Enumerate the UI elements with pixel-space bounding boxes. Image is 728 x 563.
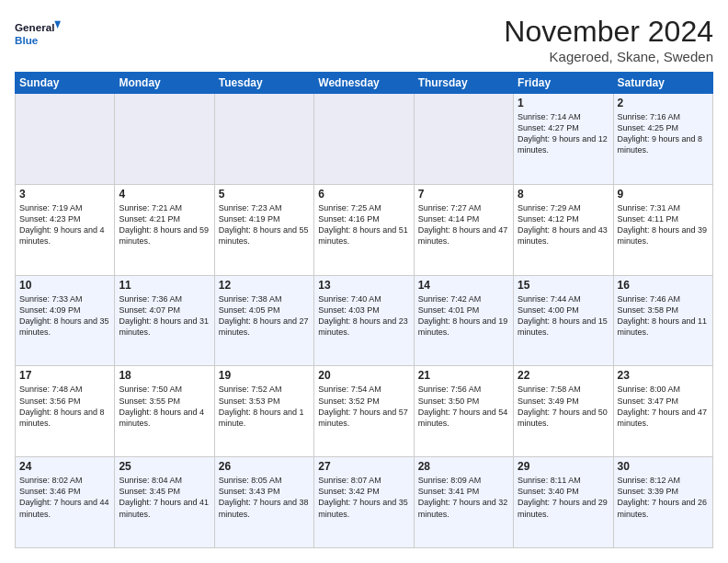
day-info: Sunrise: 7:58 AM Sunset: 3:49 PM Dayligh…: [518, 384, 609, 429]
table-row: [115, 94, 214, 185]
day-number: 17: [19, 369, 110, 382]
logo-icon: General Blue: [15, 15, 61, 52]
table-row: 12Sunrise: 7:38 AM Sunset: 4:05 PM Dayli…: [214, 275, 313, 366]
header: General Blue November 2024 Kageroed, Ska…: [15, 15, 713, 64]
day-number: 6: [318, 188, 409, 201]
table-row: 11Sunrise: 7:36 AM Sunset: 4:07 PM Dayli…: [115, 275, 214, 366]
day-number: 22: [518, 369, 609, 382]
day-number: 16: [618, 279, 709, 292]
location: Kageroed, Skane, Sweden: [504, 49, 713, 64]
day-info: Sunrise: 7:16 AM Sunset: 4:25 PM Dayligh…: [618, 111, 709, 156]
day-info: Sunrise: 7:50 AM Sunset: 3:55 PM Dayligh…: [119, 384, 210, 429]
day-number: 2: [618, 97, 709, 109]
calendar-body: 1Sunrise: 7:14 AM Sunset: 4:27 PM Daylig…: [16, 94, 713, 548]
table-row: 18Sunrise: 7:50 AM Sunset: 3:55 PM Dayli…: [115, 366, 214, 457]
table-row: 27Sunrise: 8:07 AM Sunset: 3:42 PM Dayli…: [314, 457, 414, 548]
day-info: Sunrise: 7:44 AM Sunset: 4:00 PM Dayligh…: [518, 293, 609, 339]
table-row: 6Sunrise: 7:25 AM Sunset: 4:16 PM Daylig…: [314, 184, 414, 275]
table-row: 5Sunrise: 7:23 AM Sunset: 4:19 PM Daylig…: [214, 184, 313, 275]
calendar-week-row: 1Sunrise: 7:14 AM Sunset: 4:27 PM Daylig…: [16, 94, 713, 185]
logo: General Blue: [15, 15, 61, 52]
day-number: 27: [318, 460, 409, 473]
day-number: 21: [418, 369, 509, 382]
calendar: Sunday Monday Tuesday Wednesday Thursday…: [15, 72, 713, 548]
table-row: 3Sunrise: 7:19 AM Sunset: 4:23 PM Daylig…: [16, 184, 115, 275]
table-row: 28Sunrise: 8:09 AM Sunset: 3:41 PM Dayli…: [414, 457, 513, 548]
day-info: Sunrise: 7:40 AM Sunset: 4:03 PM Dayligh…: [318, 293, 409, 339]
table-row: 1Sunrise: 7:14 AM Sunset: 4:27 PM Daylig…: [514, 94, 613, 185]
table-row: 8Sunrise: 7:29 AM Sunset: 4:12 PM Daylig…: [514, 184, 613, 275]
weekday-row: Sunday Monday Tuesday Wednesday Thursday…: [16, 73, 713, 94]
day-number: 15: [518, 279, 609, 292]
table-row: [414, 94, 513, 185]
table-row: 24Sunrise: 8:02 AM Sunset: 3:46 PM Dayli…: [16, 457, 115, 548]
day-info: Sunrise: 7:14 AM Sunset: 4:27 PM Dayligh…: [518, 111, 609, 156]
day-number: 11: [119, 279, 210, 292]
day-number: 30: [618, 460, 709, 473]
day-info: Sunrise: 7:19 AM Sunset: 4:23 PM Dayligh…: [19, 202, 110, 247]
day-number: 12: [219, 279, 310, 292]
table-row: 16Sunrise: 7:46 AM Sunset: 3:58 PM Dayli…: [613, 275, 712, 366]
day-number: 18: [119, 369, 210, 382]
calendar-header: Sunday Monday Tuesday Wednesday Thursday…: [16, 73, 713, 94]
day-info: Sunrise: 7:42 AM Sunset: 4:01 PM Dayligh…: [418, 293, 509, 339]
table-row: 17Sunrise: 7:48 AM Sunset: 3:56 PM Dayli…: [16, 366, 115, 457]
day-number: 23: [618, 369, 709, 382]
day-info: Sunrise: 7:36 AM Sunset: 4:07 PM Dayligh…: [119, 293, 210, 339]
day-info: Sunrise: 8:11 AM Sunset: 3:40 PM Dayligh…: [518, 475, 609, 520]
svg-text:Blue: Blue: [15, 34, 39, 46]
day-info: Sunrise: 8:00 AM Sunset: 3:47 PM Dayligh…: [618, 384, 709, 429]
day-info: Sunrise: 7:21 AM Sunset: 4:21 PM Dayligh…: [119, 202, 210, 247]
day-number: 25: [119, 460, 210, 473]
day-number: 14: [418, 279, 509, 292]
day-info: Sunrise: 7:54 AM Sunset: 3:52 PM Dayligh…: [318, 384, 409, 429]
day-number: 29: [518, 460, 609, 473]
day-number: 13: [318, 279, 409, 292]
day-number: 24: [19, 460, 110, 473]
col-friday: Friday: [514, 73, 613, 94]
day-number: 4: [119, 188, 210, 201]
table-row: 21Sunrise: 7:56 AM Sunset: 3:50 PM Dayli…: [414, 366, 513, 457]
table-row: 7Sunrise: 7:27 AM Sunset: 4:14 PM Daylig…: [414, 184, 513, 275]
table-row: 29Sunrise: 8:11 AM Sunset: 3:40 PM Dayli…: [514, 457, 613, 548]
day-number: 20: [318, 369, 409, 382]
day-number: 9: [618, 188, 709, 201]
table-row: [16, 94, 115, 185]
day-info: Sunrise: 7:25 AM Sunset: 4:16 PM Dayligh…: [318, 202, 409, 247]
day-info: Sunrise: 8:07 AM Sunset: 3:42 PM Dayligh…: [318, 475, 409, 520]
day-info: Sunrise: 7:56 AM Sunset: 3:50 PM Dayligh…: [418, 384, 509, 429]
day-info: Sunrise: 7:23 AM Sunset: 4:19 PM Dayligh…: [219, 202, 310, 247]
table-row: 9Sunrise: 7:31 AM Sunset: 4:11 PM Daylig…: [613, 184, 712, 275]
day-number: 28: [418, 460, 509, 473]
day-number: 1: [518, 97, 609, 109]
col-tuesday: Tuesday: [214, 73, 313, 94]
table-row: 30Sunrise: 8:12 AM Sunset: 3:39 PM Dayli…: [613, 457, 712, 548]
title-block: November 2024 Kageroed, Skane, Sweden: [504, 15, 713, 64]
calendar-week-row: 17Sunrise: 7:48 AM Sunset: 3:56 PM Dayli…: [16, 366, 713, 457]
calendar-week-row: 10Sunrise: 7:33 AM Sunset: 4:09 PM Dayli…: [16, 275, 713, 366]
table-row: 13Sunrise: 7:40 AM Sunset: 4:03 PM Dayli…: [314, 275, 414, 366]
table-row: 14Sunrise: 7:42 AM Sunset: 4:01 PM Dayli…: [414, 275, 513, 366]
day-info: Sunrise: 7:52 AM Sunset: 3:53 PM Dayligh…: [219, 384, 310, 429]
calendar-week-row: 3Sunrise: 7:19 AM Sunset: 4:23 PM Daylig…: [16, 184, 713, 275]
col-wednesday: Wednesday: [314, 73, 414, 94]
svg-marker-2: [54, 21, 61, 29]
table-row: 25Sunrise: 8:04 AM Sunset: 3:45 PM Dayli…: [115, 457, 214, 548]
day-info: Sunrise: 8:09 AM Sunset: 3:41 PM Dayligh…: [418, 475, 509, 520]
svg-text:General: General: [15, 21, 54, 33]
table-row: 26Sunrise: 8:05 AM Sunset: 3:43 PM Dayli…: [214, 457, 313, 548]
day-number: 26: [219, 460, 310, 473]
day-info: Sunrise: 8:04 AM Sunset: 3:45 PM Dayligh…: [119, 475, 210, 520]
table-row: 2Sunrise: 7:16 AM Sunset: 4:25 PM Daylig…: [613, 94, 712, 185]
col-thursday: Thursday: [414, 73, 513, 94]
day-info: Sunrise: 7:46 AM Sunset: 3:58 PM Dayligh…: [618, 293, 709, 339]
day-number: 7: [418, 188, 509, 201]
table-row: [314, 94, 414, 185]
day-info: Sunrise: 7:27 AM Sunset: 4:14 PM Dayligh…: [418, 202, 509, 247]
month-title: November 2024: [504, 15, 713, 49]
table-row: 23Sunrise: 8:00 AM Sunset: 3:47 PM Dayli…: [613, 366, 712, 457]
col-saturday: Saturday: [613, 73, 712, 94]
day-number: 8: [518, 188, 609, 201]
col-sunday: Sunday: [16, 73, 115, 94]
day-number: 3: [19, 188, 110, 201]
